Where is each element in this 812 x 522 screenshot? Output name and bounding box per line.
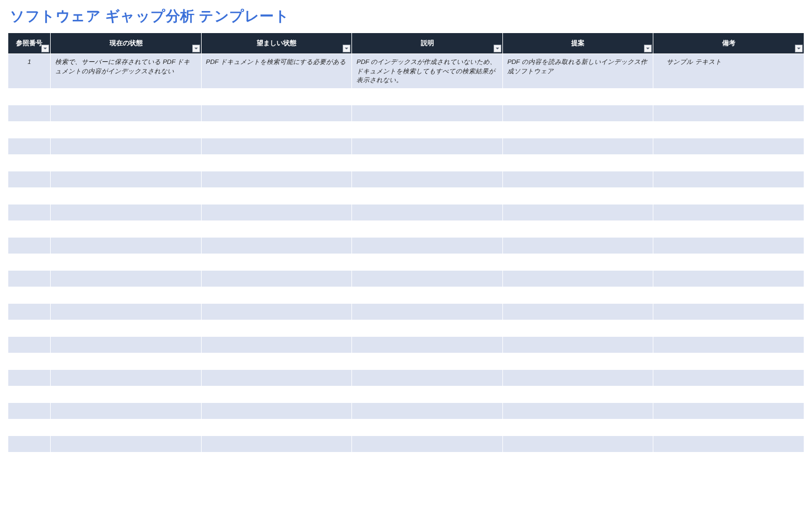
empty-cell[interactable] <box>8 320 51 337</box>
empty-cell[interactable] <box>502 254 653 271</box>
empty-cell[interactable] <box>201 287 352 304</box>
empty-cell[interactable] <box>201 304 352 320</box>
empty-cell[interactable] <box>201 171 352 188</box>
empty-cell[interactable] <box>8 304 51 320</box>
empty-cell[interactable] <box>201 238 352 254</box>
empty-cell[interactable] <box>51 271 202 287</box>
empty-cell[interactable] <box>502 155 653 171</box>
empty-cell[interactable] <box>51 221 202 238</box>
empty-cell[interactable] <box>653 221 804 238</box>
empty-cell[interactable] <box>502 138 653 155</box>
empty-cell[interactable] <box>51 287 202 304</box>
empty-cell[interactable] <box>8 254 51 271</box>
empty-cell[interactable] <box>352 171 503 188</box>
empty-cell[interactable] <box>201 320 352 337</box>
cell-current[interactable]: 検索で、サーバーに保存されている PDF ドキュメントの内容がインデックスされな… <box>51 54 202 89</box>
empty-cell[interactable] <box>352 353 503 370</box>
empty-cell[interactable] <box>502 436 653 453</box>
filter-button-ref[interactable] <box>41 45 49 52</box>
empty-cell[interactable] <box>352 205 503 221</box>
empty-cell[interactable] <box>653 238 804 254</box>
empty-cell[interactable] <box>502 403 653 419</box>
empty-cell[interactable] <box>51 304 202 320</box>
empty-cell[interactable] <box>201 254 352 271</box>
empty-cell[interactable] <box>51 105 202 122</box>
empty-cell[interactable] <box>653 254 804 271</box>
filter-button-desired[interactable] <box>343 45 350 52</box>
empty-cell[interactable] <box>653 419 804 436</box>
empty-cell[interactable] <box>653 337 804 353</box>
empty-cell[interactable] <box>502 105 653 122</box>
empty-cell[interactable] <box>51 419 202 436</box>
empty-cell[interactable] <box>653 287 804 304</box>
empty-cell[interactable] <box>51 122 202 138</box>
empty-cell[interactable] <box>502 304 653 320</box>
cell-desired[interactable]: PDF ドキュメントを検索可能にする必要がある <box>201 54 352 89</box>
empty-cell[interactable] <box>8 370 51 386</box>
empty-cell[interactable] <box>352 254 503 271</box>
empty-cell[interactable] <box>8 105 51 122</box>
empty-cell[interactable] <box>502 188 653 205</box>
empty-cell[interactable] <box>502 320 653 337</box>
empty-cell[interactable] <box>502 221 653 238</box>
empty-cell[interactable] <box>653 436 804 453</box>
empty-cell[interactable] <box>8 155 51 171</box>
empty-cell[interactable] <box>352 386 503 403</box>
empty-cell[interactable] <box>653 403 804 419</box>
empty-cell[interactable] <box>352 436 503 453</box>
cell-proposal[interactable]: PDF の内容を読み取れる新しいインデックス作成ソフトウェア <box>502 54 653 89</box>
empty-cell[interactable] <box>201 403 352 419</box>
empty-cell[interactable] <box>8 287 51 304</box>
empty-cell[interactable] <box>201 221 352 238</box>
filter-button-current[interactable] <box>192 45 200 52</box>
empty-cell[interactable] <box>8 238 51 254</box>
empty-cell[interactable] <box>352 304 503 320</box>
empty-cell[interactable] <box>51 386 202 403</box>
empty-cell[interactable] <box>653 155 804 171</box>
empty-cell[interactable] <box>201 436 352 453</box>
empty-cell[interactable] <box>352 287 503 304</box>
empty-cell[interactable] <box>653 386 804 403</box>
empty-cell[interactable] <box>502 287 653 304</box>
empty-cell[interactable] <box>201 155 352 171</box>
filter-button-proposal[interactable] <box>644 45 652 52</box>
empty-cell[interactable] <box>352 271 503 287</box>
empty-cell[interactable] <box>51 403 202 419</box>
empty-cell[interactable] <box>51 188 202 205</box>
filter-button-desc[interactable] <box>494 45 501 52</box>
empty-cell[interactable] <box>8 122 51 138</box>
filter-button-notes[interactable] <box>795 45 803 52</box>
empty-cell[interactable] <box>51 155 202 171</box>
empty-cell[interactable] <box>502 353 653 370</box>
empty-cell[interactable] <box>8 221 51 238</box>
empty-cell[interactable] <box>352 320 503 337</box>
empty-cell[interactable] <box>201 386 352 403</box>
empty-cell[interactable] <box>8 337 51 353</box>
empty-cell[interactable] <box>51 89 202 105</box>
empty-cell[interactable] <box>352 122 503 138</box>
empty-cell[interactable] <box>653 370 804 386</box>
empty-cell[interactable] <box>352 370 503 386</box>
empty-cell[interactable] <box>352 419 503 436</box>
empty-cell[interactable] <box>653 188 804 205</box>
empty-cell[interactable] <box>51 320 202 337</box>
empty-cell[interactable] <box>8 386 51 403</box>
empty-cell[interactable] <box>51 138 202 155</box>
empty-cell[interactable] <box>352 238 503 254</box>
empty-cell[interactable] <box>502 238 653 254</box>
empty-cell[interactable] <box>201 419 352 436</box>
empty-cell[interactable] <box>8 138 51 155</box>
empty-cell[interactable] <box>51 370 202 386</box>
empty-cell[interactable] <box>653 105 804 122</box>
empty-cell[interactable] <box>8 419 51 436</box>
empty-cell[interactable] <box>51 171 202 188</box>
empty-cell[interactable] <box>8 403 51 419</box>
empty-cell[interactable] <box>8 188 51 205</box>
cell-notes[interactable]: サンプル テキスト <box>653 54 804 89</box>
empty-cell[interactable] <box>8 353 51 370</box>
empty-cell[interactable] <box>352 188 503 205</box>
empty-cell[interactable] <box>653 138 804 155</box>
empty-cell[interactable] <box>51 254 202 271</box>
empty-cell[interactable] <box>502 271 653 287</box>
empty-cell[interactable] <box>352 155 503 171</box>
